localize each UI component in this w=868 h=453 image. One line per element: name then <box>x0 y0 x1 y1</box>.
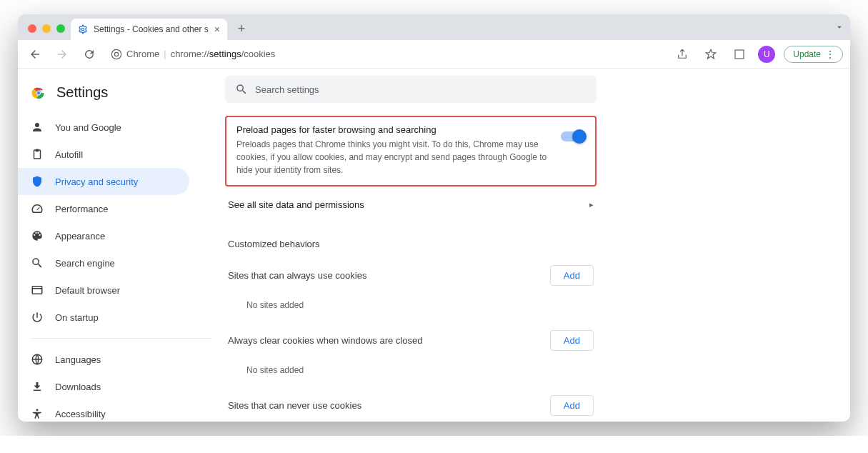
svg-point-10 <box>36 409 39 411</box>
search-placeholder: Search settings <box>255 84 319 95</box>
page-title: Settings <box>56 84 108 101</box>
settings-gear-icon <box>78 24 88 34</box>
sidebar-item-label: You and Google <box>55 122 121 133</box>
preload-toggle[interactable] <box>561 131 585 141</box>
search-settings-input[interactable]: Search settings <box>225 76 597 103</box>
palette-icon <box>31 229 44 242</box>
sidebar-item-privacy-security[interactable]: Privacy and security <box>18 168 189 195</box>
menu-dots-icon: ⋮ <box>825 49 835 59</box>
row-label: Sites that can never use cookies <box>228 400 361 411</box>
sidebar-item-accessibility[interactable]: Accessibility <box>18 400 189 422</box>
sidebar-item-label: Search engine <box>55 258 115 269</box>
row-label: Sites that can always use cookies <box>228 270 366 281</box>
svg-point-2 <box>114 52 118 56</box>
browser-tab[interactable]: Settings - Cookies and other s × <box>71 19 227 40</box>
preload-title: Preload pages for faster browsing and se… <box>236 124 552 135</box>
sidebar-item-search-engine[interactable]: Search engine <box>18 249 189 277</box>
tab-strip: Settings - Cookies and other s × + <box>18 14 850 40</box>
settings-content: Search settings Preload pages for faster… <box>225 69 850 422</box>
profile-avatar[interactable]: U <box>758 46 775 63</box>
sidebar-item-downloads[interactable]: Downloads <box>18 373 189 400</box>
sidebar-item-label: Default browser <box>55 285 120 296</box>
window-controls <box>25 24 71 40</box>
sidebar-item-languages[interactable]: Languages <box>18 346 189 373</box>
address-bar[interactable]: Chrome | chrome://settings/cookies <box>106 49 275 60</box>
search-icon <box>235 83 248 96</box>
new-tab-button[interactable]: + <box>231 19 251 39</box>
sidebar-item-label: Languages <box>55 354 101 365</box>
page-body: Settings You and Google Autofill Privacy… <box>18 69 850 422</box>
add-button[interactable]: Add <box>550 265 594 286</box>
close-window-icon[interactable] <box>28 24 36 33</box>
browser-window: Settings - Cookies and other s × + Chrom… <box>18 14 850 422</box>
clear-on-close-row: Always clear cookies when windows are cl… <box>225 320 597 361</box>
share-icon[interactable] <box>672 44 692 64</box>
search-icon <box>31 257 44 269</box>
sidebar-item-label: Downloads <box>55 382 101 392</box>
customized-behaviors-heading: Customized behaviors <box>225 220 597 255</box>
close-tab-icon[interactable]: × <box>214 24 220 35</box>
svg-point-0 <box>81 28 84 31</box>
preload-description: Preloads pages that Chrome thinks you mi… <box>236 138 552 176</box>
never-allow-cookies-row: Sites that can never use cookies Add <box>225 385 597 422</box>
chrome-icon <box>111 49 122 60</box>
chrome-logo-icon <box>31 85 46 101</box>
sidebar-item-label: Appearance <box>55 231 105 242</box>
preload-setting-row: Preload pages for faster browsing and se… <box>225 116 597 186</box>
cookies-panel: Preload pages for faster browsing and se… <box>225 116 597 422</box>
sidebar-item-label: On startup <box>55 312 99 323</box>
shield-icon <box>31 175 44 188</box>
settings-header: Settings <box>18 76 225 114</box>
empty-state: No sites added <box>225 361 597 385</box>
sidebar-item-performance[interactable]: Performance <box>18 195 189 222</box>
update-button[interactable]: Update ⋮ <box>784 46 843 63</box>
settings-sidebar: Settings You and Google Autofill Privacy… <box>18 69 225 422</box>
add-button[interactable]: Add <box>550 330 594 351</box>
maximize-window-icon[interactable] <box>56 24 65 33</box>
browser-icon <box>31 284 44 297</box>
sidebar-item-you-and-google[interactable]: You and Google <box>18 114 189 141</box>
clipboard-icon <box>31 148 44 161</box>
sidebar-item-label: Performance <box>55 204 108 214</box>
add-button[interactable]: Add <box>550 395 594 416</box>
url-path: chrome://settings/cookies <box>171 49 276 59</box>
minimize-window-icon[interactable] <box>42 24 51 33</box>
back-button[interactable] <box>25 44 45 64</box>
browser-toolbar: Chrome | chrome://settings/cookies U Upd… <box>18 40 850 69</box>
person-icon <box>31 121 44 134</box>
all-site-data-link[interactable]: See all site data and permissions ▸ <box>225 186 597 220</box>
extensions-icon[interactable] <box>729 44 749 64</box>
sidebar-item-autofill[interactable]: Autofill <box>18 141 189 168</box>
sidebar-divider <box>31 338 212 339</box>
chevron-right-icon: ▸ <box>589 200 594 209</box>
download-icon <box>31 380 44 393</box>
link-label: See all site data and permissions <box>228 199 364 210</box>
globe-icon <box>31 353 44 366</box>
svg-rect-7 <box>32 287 42 294</box>
reload-button[interactable] <box>79 44 99 64</box>
speedometer-icon <box>31 202 44 215</box>
url-separator: | <box>164 49 166 59</box>
row-label: Always clear cookies when windows are cl… <box>228 335 422 346</box>
empty-state: No sites added <box>225 296 597 320</box>
url-scheme: Chrome <box>126 49 159 59</box>
power-icon <box>31 311 44 324</box>
svg-rect-3 <box>735 50 744 59</box>
tab-overflow-icon[interactable] <box>834 14 844 40</box>
accessibility-icon <box>31 407 44 420</box>
forward-button[interactable] <box>52 44 72 64</box>
tab-title: Settings - Cookies and other s <box>94 24 209 34</box>
svg-point-1 <box>111 49 121 59</box>
update-label: Update <box>793 49 821 59</box>
sidebar-item-appearance[interactable]: Appearance <box>18 222 189 249</box>
sidebar-item-label: Autofill <box>55 149 83 160</box>
sidebar-item-default-browser[interactable]: Default browser <box>18 277 189 304</box>
sidebar-item-label: Privacy and security <box>55 176 138 187</box>
sidebar-item-on-startup[interactable]: On startup <box>18 304 189 331</box>
always-allow-cookies-row: Sites that can always use cookies Add <box>225 255 597 296</box>
sidebar-item-label: Accessibility <box>55 409 106 419</box>
bookmark-star-icon[interactable] <box>701 44 721 64</box>
